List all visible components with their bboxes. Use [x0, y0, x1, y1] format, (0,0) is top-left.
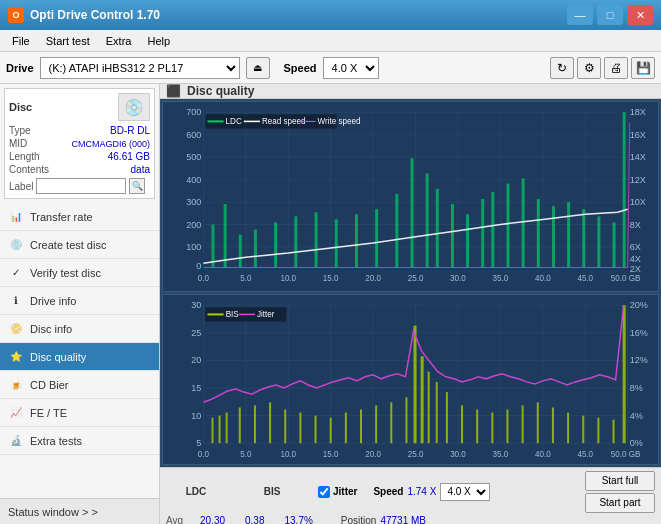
svg-rect-119: [446, 392, 448, 443]
sidebar-item-extra-tests[interactable]: 🔬 Extra tests: [0, 427, 159, 455]
svg-rect-24: [274, 222, 277, 267]
maximize-button[interactable]: □: [597, 5, 623, 25]
ldc-header: LDC: [186, 486, 207, 497]
speed-select[interactable]: 4.0 X: [323, 57, 379, 79]
refresh-button[interactable]: ↻: [550, 57, 574, 79]
menu-file[interactable]: File: [4, 33, 38, 49]
bis-header: BIS: [264, 486, 281, 497]
svg-rect-130: [613, 420, 615, 444]
svg-rect-34: [451, 204, 454, 267]
svg-text:15: 15: [191, 383, 201, 393]
sidebar-item-fe-te[interactable]: 📈 FE / TE: [0, 399, 159, 427]
sidebar: Disc 💿 Type BD-R DL MID CMCMAGDI6 (000) …: [0, 84, 160, 524]
sidebar-item-drive-info[interactable]: ℹ Drive info: [0, 287, 159, 315]
svg-rect-121: [476, 409, 478, 443]
sidebar-item-verify-test-disc[interactable]: ✓ Verify test disc: [0, 259, 159, 287]
svg-text:Jitter: Jitter: [257, 310, 275, 319]
svg-rect-37: [491, 192, 494, 268]
svg-text:30.0: 30.0: [450, 449, 466, 458]
svg-text:30: 30: [191, 300, 201, 310]
svg-text:50.0 GB: 50.0 GB: [611, 274, 641, 283]
svg-rect-36: [481, 199, 484, 267]
create-test-disc-icon: 💿: [8, 237, 24, 253]
svg-text:10X: 10X: [630, 197, 646, 207]
status-window-button[interactable]: Status window > >: [0, 498, 159, 524]
svg-rect-35: [466, 214, 469, 267]
jitter-label: Jitter: [333, 486, 357, 497]
jitter-checkbox[interactable]: [318, 486, 330, 498]
svg-text:0: 0: [196, 261, 201, 271]
drive-select[interactable]: (K:) ATAPI iHBS312 2 PL17: [40, 57, 240, 79]
svg-text:35.0: 35.0: [493, 274, 509, 283]
app-title: Opti Drive Control 1.70: [30, 8, 160, 22]
start-part-button[interactable]: Start part: [585, 493, 655, 513]
sidebar-item-cd-bier[interactable]: 🍺 CD Bier: [0, 371, 159, 399]
label-button[interactable]: 🔍: [129, 178, 145, 194]
settings-button[interactable]: ⚙: [577, 57, 601, 79]
label-input[interactable]: [36, 178, 126, 194]
menu-start-test[interactable]: Start test: [38, 33, 98, 49]
svg-text:35.0: 35.0: [493, 449, 509, 458]
svg-rect-123: [506, 409, 508, 443]
svg-rect-31: [411, 158, 414, 267]
eject-button[interactable]: ⏏: [246, 57, 270, 79]
svg-text:500: 500: [186, 152, 201, 162]
speed-stat-value: 1.74 X: [407, 486, 436, 497]
disc-info-icon: 📀: [8, 321, 24, 337]
speed-inline-select[interactable]: 4.0 X: [440, 483, 490, 501]
svg-rect-28: [355, 214, 358, 267]
svg-text:400: 400: [186, 175, 201, 185]
upper-chart: 700 600 500 400 300 200 100 0 18X 16X 14…: [162, 101, 659, 292]
sidebar-item-disc-info[interactable]: 📀 Disc info: [0, 315, 159, 343]
avg-label: Avg: [166, 515, 196, 524]
mid-label: MID: [9, 138, 27, 149]
svg-text:0.0: 0.0: [198, 274, 210, 283]
svg-text:30.0: 30.0: [450, 274, 466, 283]
label-label: Label: [9, 181, 33, 192]
chart-header: ⬛ Disc quality: [160, 84, 661, 99]
chart-title: Disc quality: [187, 84, 254, 98]
svg-rect-124: [522, 405, 524, 443]
speed-label: Speed: [284, 62, 317, 74]
svg-text:45.0: 45.0: [577, 274, 593, 283]
sidebar-item-transfer-rate[interactable]: 📊 Transfer rate: [0, 203, 159, 231]
svg-rect-30: [395, 194, 398, 268]
svg-rect-41: [552, 206, 555, 267]
minimize-button[interactable]: —: [567, 5, 593, 25]
verify-test-disc-icon: ✓: [8, 265, 24, 281]
menu-extra[interactable]: Extra: [98, 33, 140, 49]
svg-rect-101: [219, 416, 221, 444]
svg-text:40.0: 40.0: [535, 449, 551, 458]
menu-help[interactable]: Help: [139, 33, 178, 49]
sidebar-item-create-test-disc[interactable]: 💿 Create test disc: [0, 231, 159, 259]
svg-text:10.0: 10.0: [280, 449, 296, 458]
drive-toolbar: Drive (K:) ATAPI iHBS312 2 PL17 ⏏ Speed …: [0, 52, 661, 84]
disc-icon: 💿: [118, 93, 150, 121]
svg-rect-116: [421, 356, 424, 443]
svg-rect-105: [269, 402, 271, 443]
position-label: Position: [341, 515, 377, 524]
fe-te-icon: 📈: [8, 405, 24, 421]
sidebar-item-label: CD Bier: [30, 379, 69, 391]
svg-text:25.0: 25.0: [408, 274, 424, 283]
svg-text:700: 700: [186, 107, 201, 117]
disc-panel-title: Disc: [9, 101, 32, 113]
svg-text:0%: 0%: [630, 438, 643, 448]
main-layout: Disc 💿 Type BD-R DL MID CMCMAGDI6 (000) …: [0, 84, 661, 524]
svg-rect-42: [567, 202, 570, 267]
svg-rect-29: [375, 209, 378, 267]
start-full-button[interactable]: Start full: [585, 471, 655, 491]
svg-text:15.0: 15.0: [323, 274, 339, 283]
sidebar-item-label: FE / TE: [30, 407, 67, 419]
cd-bier-icon: 🍺: [8, 377, 24, 393]
sidebar-item-disc-quality[interactable]: ⭐ Disc quality: [0, 343, 159, 371]
type-value: BD-R DL: [110, 125, 150, 136]
ldc-avg: 20.30: [200, 515, 225, 524]
save-button[interactable]: 💾: [631, 57, 655, 79]
sidebar-item-label: Verify test disc: [30, 267, 101, 279]
svg-rect-131: [623, 305, 626, 443]
close-button[interactable]: ✕: [627, 5, 653, 25]
sidebar-item-label: Transfer rate: [30, 211, 93, 223]
svg-rect-127: [567, 412, 569, 443]
info-button[interactable]: 🖨: [604, 57, 628, 79]
